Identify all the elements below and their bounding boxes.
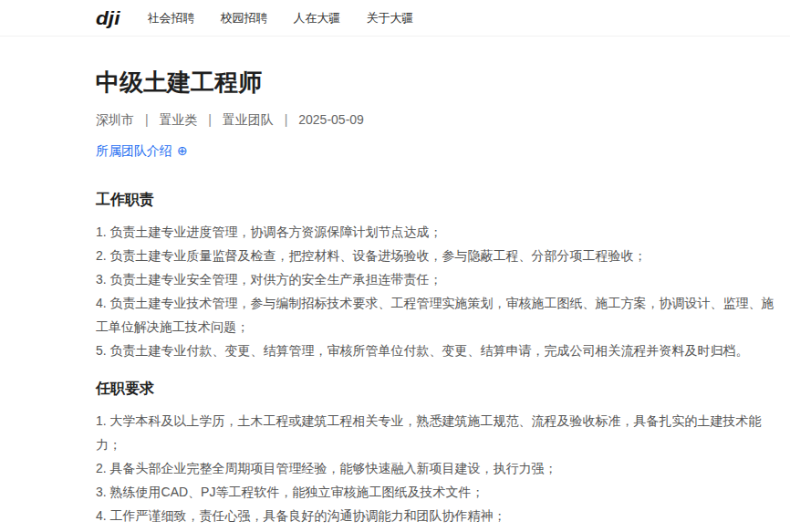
top-nav-bar: dji 社会招聘 校园招聘 人在大疆 关于大疆 [0,0,790,37]
team-intro-link-label: 所属团队介绍 [96,143,172,158]
job-post-date: 2025-05-09 [298,112,364,127]
requirement-item: 1. 大学本科及以上学历，土木工程或建筑工程相关专业，熟悉建筑施工规范、流程及验… [96,409,778,456]
responsibility-item: 3. 负责土建专业安全管理，对供方的安全生产承担连带责任； [96,267,778,291]
section-heading-responsibilities: 工作职责 [96,192,778,207]
nav-item-social-recruitment[interactable]: 社会招聘 [148,0,195,37]
job-team: 置业团队 [223,112,274,127]
requirement-item: 5. 具备200米以上超高层项目/大型写字楼综合体项目管理经历优先。 [96,527,778,532]
circle-plus-icon: ⊕ [177,144,188,157]
job-category: 置业类 [159,112,197,127]
requirement-item: 3. 熟练使用CAD、PJ等工程软件，能独立审核施工图纸及技术文件； [96,480,778,504]
responsibility-item: 5. 负责土建专业付款、变更、结算管理，审核所管单位付款、变更、结算申请，完成公… [96,339,778,362]
requirement-item: 4. 工作严谨细致，责任心强，具备良好的沟通协调能力和团队协作精神； [96,504,778,527]
responsibility-item: 4. 负责土建专业技术管理，参与编制招标技术要求、工程管理实施策划，审核施工图纸… [96,291,778,339]
section-responsibilities: 工作职责 1. 负责土建专业进度管理，协调各方资源保障计划节点达成； 2. 负责… [96,192,778,362]
responsibility-item: 1. 负责土建专业进度管理，协调各方资源保障计划节点达成； [96,220,778,244]
requirement-item: 2. 具备头部企业完整全周期项目管理经验，能够快速融入新项目建设，执行力强； [96,456,778,480]
main-nav: 社会招聘 校园招聘 人在大疆 关于大疆 [148,0,414,37]
page-title: 中级土建工程师 [96,70,778,94]
job-meta: 深圳市 | 置业类 | 置业团队 | 2025-05-09 [96,113,778,126]
job-location: 深圳市 [96,112,134,127]
section-heading-requirements: 任职要求 [96,381,778,396]
nav-item-campus-recruitment[interactable]: 校园招聘 [221,0,268,37]
meta-separator: | [145,112,149,127]
nav-item-about-dji[interactable]: 关于大疆 [367,0,414,37]
job-detail-page: 中级土建工程师 深圳市 | 置业类 | 置业团队 | 2025-05-09 所属… [96,70,778,532]
nav-item-people-at-dji[interactable]: 人在大疆 [294,0,341,37]
meta-separator: | [285,112,288,127]
responsibility-item: 2. 负责土建专业质量监督及检查，把控材料、设备进场验收，参与隐蔽工程、分部分项… [96,244,778,267]
dji-logo[interactable]: dji [96,7,120,29]
section-requirements: 任职要求 1. 大学本科及以上学历，土木工程或建筑工程相关专业，熟悉建筑施工规范… [96,381,778,532]
team-intro-link[interactable]: 所属团队介绍 ⊕ [96,143,188,158]
meta-separator: | [208,112,212,127]
